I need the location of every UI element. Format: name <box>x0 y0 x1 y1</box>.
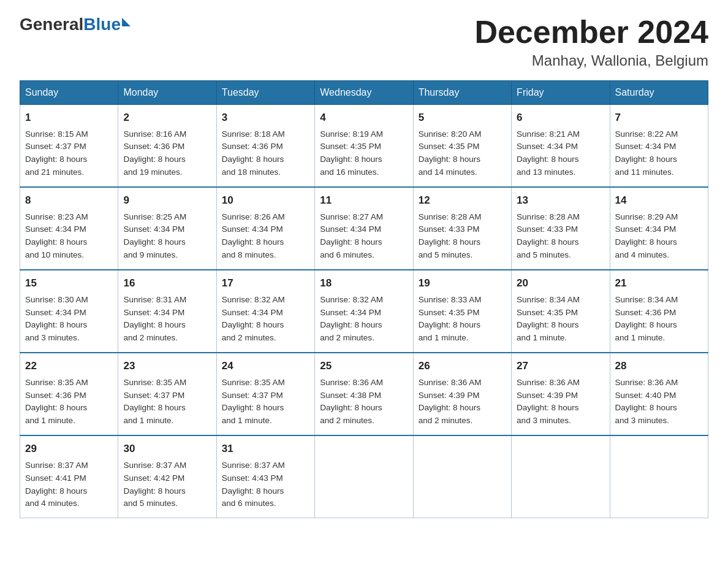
day-number: 8 <box>25 193 113 209</box>
day-number: 29 <box>25 441 113 457</box>
calendar-week-row: 15 Sunrise: 8:30 AMSunset: 4:34 PMDaylig… <box>20 270 708 353</box>
day-number: 16 <box>123 275 211 291</box>
day-number: 30 <box>123 441 211 457</box>
day-number: 9 <box>123 193 211 209</box>
calendar-cell: 4 Sunrise: 8:19 AMSunset: 4:35 PMDayligh… <box>315 105 413 188</box>
day-info: Sunrise: 8:34 AMSunset: 4:36 PMDaylight:… <box>615 295 678 343</box>
calendar-cell: 19 Sunrise: 8:33 AMSunset: 4:35 PMDaylig… <box>413 270 511 353</box>
day-info: Sunrise: 8:36 AMSunset: 4:38 PMDaylight:… <box>320 378 383 426</box>
day-info: Sunrise: 8:23 AMSunset: 4:34 PMDaylight:… <box>25 212 88 260</box>
day-info: Sunrise: 8:19 AMSunset: 4:35 PMDaylight:… <box>320 129 383 177</box>
calendar-cell: 10 Sunrise: 8:26 AMSunset: 4:34 PMDaylig… <box>216 187 314 270</box>
logo: General Blue <box>20 15 131 34</box>
day-number: 18 <box>320 275 408 291</box>
day-number: 22 <box>25 358 113 374</box>
day-info: Sunrise: 8:34 AMSunset: 4:35 PMDaylight:… <box>517 295 580 343</box>
day-info: Sunrise: 8:21 AMSunset: 4:34 PMDaylight:… <box>517 129 580 177</box>
title-block: December 2024 Manhay, Wallonia, Belgium <box>474 15 708 69</box>
day-number: 25 <box>320 358 408 374</box>
day-info: Sunrise: 8:27 AMSunset: 4:34 PMDaylight:… <box>320 212 383 260</box>
day-info: Sunrise: 8:35 AMSunset: 4:37 PMDaylight:… <box>222 378 285 426</box>
calendar-cell: 30 Sunrise: 8:37 AMSunset: 4:42 PMDaylig… <box>118 435 216 518</box>
day-number: 23 <box>123 358 211 374</box>
day-number: 24 <box>222 358 309 374</box>
day-info: Sunrise: 8:36 AMSunset: 4:39 PMDaylight:… <box>419 378 482 426</box>
day-number: 3 <box>222 110 309 126</box>
day-number: 20 <box>517 275 604 291</box>
day-info: Sunrise: 8:25 AMSunset: 4:34 PMDaylight:… <box>123 212 186 260</box>
day-number: 14 <box>615 193 703 209</box>
calendar-cell: 9 Sunrise: 8:25 AMSunset: 4:34 PMDayligh… <box>118 187 216 270</box>
weekday-header-tuesday: Tuesday <box>216 81 314 105</box>
day-number: 21 <box>615 275 703 291</box>
calendar-table: SundayMondayTuesdayWednesdayThursdayFrid… <box>20 80 708 518</box>
day-info: Sunrise: 8:37 AMSunset: 4:41 PMDaylight:… <box>25 461 88 508</box>
calendar-cell: 22 Sunrise: 8:35 AMSunset: 4:36 PMDaylig… <box>20 353 118 435</box>
day-number: 15 <box>25 275 113 291</box>
calendar-cell <box>413 435 511 518</box>
day-info: Sunrise: 8:26 AMSunset: 4:34 PMDaylight:… <box>222 212 285 260</box>
calendar-cell: 13 Sunrise: 8:28 AMSunset: 4:33 PMDaylig… <box>512 187 610 270</box>
calendar-cell: 31 Sunrise: 8:37 AMSunset: 4:43 PMDaylig… <box>216 435 314 518</box>
day-number: 27 <box>517 358 604 374</box>
day-info: Sunrise: 8:36 AMSunset: 4:40 PMDaylight:… <box>615 378 678 426</box>
day-info: Sunrise: 8:15 AMSunset: 4:37 PMDaylight:… <box>25 129 88 177</box>
day-info: Sunrise: 8:32 AMSunset: 4:34 PMDaylight:… <box>320 295 383 343</box>
day-info: Sunrise: 8:29 AMSunset: 4:34 PMDaylight:… <box>615 212 678 260</box>
calendar-cell: 15 Sunrise: 8:30 AMSunset: 4:34 PMDaylig… <box>20 270 118 353</box>
weekday-header-monday: Monday <box>118 81 216 105</box>
day-number: 28 <box>615 358 703 374</box>
day-number: 17 <box>222 275 309 291</box>
day-number: 7 <box>615 110 703 126</box>
calendar-cell: 27 Sunrise: 8:36 AMSunset: 4:39 PMDaylig… <box>512 353 610 435</box>
month-title: December 2024 <box>474 15 708 50</box>
calendar-cell: 14 Sunrise: 8:29 AMSunset: 4:34 PMDaylig… <box>610 187 708 270</box>
calendar-week-row: 29 Sunrise: 8:37 AMSunset: 4:41 PMDaylig… <box>20 435 708 518</box>
calendar-cell: 26 Sunrise: 8:36 AMSunset: 4:39 PMDaylig… <box>413 353 511 435</box>
day-number: 11 <box>320 193 408 209</box>
calendar-cell: 25 Sunrise: 8:36 AMSunset: 4:38 PMDaylig… <box>315 353 413 435</box>
calendar-cell: 20 Sunrise: 8:34 AMSunset: 4:35 PMDaylig… <box>512 270 610 353</box>
weekday-header-row: SundayMondayTuesdayWednesdayThursdayFrid… <box>20 81 708 105</box>
calendar-cell: 16 Sunrise: 8:31 AMSunset: 4:34 PMDaylig… <box>118 270 216 353</box>
calendar-week-row: 22 Sunrise: 8:35 AMSunset: 4:36 PMDaylig… <box>20 353 708 435</box>
calendar-cell: 23 Sunrise: 8:35 AMSunset: 4:37 PMDaylig… <box>118 353 216 435</box>
calendar-cell: 7 Sunrise: 8:22 AMSunset: 4:34 PMDayligh… <box>610 105 708 188</box>
day-info: Sunrise: 8:35 AMSunset: 4:36 PMDaylight:… <box>25 378 88 426</box>
weekday-header-friday: Friday <box>512 81 610 105</box>
day-number: 2 <box>123 110 211 126</box>
calendar-cell <box>610 435 708 518</box>
day-info: Sunrise: 8:33 AMSunset: 4:35 PMDaylight:… <box>419 295 482 343</box>
calendar-week-row: 1 Sunrise: 8:15 AMSunset: 4:37 PMDayligh… <box>20 105 708 188</box>
page-header: General Blue December 2024 Manhay, Wallo… <box>20 15 708 69</box>
calendar-cell: 24 Sunrise: 8:35 AMSunset: 4:37 PMDaylig… <box>216 353 314 435</box>
calendar-cell: 1 Sunrise: 8:15 AMSunset: 4:37 PMDayligh… <box>20 105 118 188</box>
calendar-week-row: 8 Sunrise: 8:23 AMSunset: 4:34 PMDayligh… <box>20 187 708 270</box>
calendar-cell: 18 Sunrise: 8:32 AMSunset: 4:34 PMDaylig… <box>315 270 413 353</box>
day-info: Sunrise: 8:35 AMSunset: 4:37 PMDaylight:… <box>123 378 186 426</box>
day-info: Sunrise: 8:28 AMSunset: 4:33 PMDaylight:… <box>419 212 482 260</box>
calendar-cell <box>315 435 413 518</box>
calendar-cell: 5 Sunrise: 8:20 AMSunset: 4:35 PMDayligh… <box>413 105 511 188</box>
day-number: 4 <box>320 110 408 126</box>
logo-blue-part: Blue <box>83 15 131 34</box>
weekday-header-sunday: Sunday <box>20 81 118 105</box>
calendar-cell: 12 Sunrise: 8:28 AMSunset: 4:33 PMDaylig… <box>413 187 511 270</box>
calendar-cell: 29 Sunrise: 8:37 AMSunset: 4:41 PMDaylig… <box>20 435 118 518</box>
day-number: 6 <box>517 110 604 126</box>
calendar-cell: 2 Sunrise: 8:16 AMSunset: 4:36 PMDayligh… <box>118 105 216 188</box>
logo-blue-text: Blue <box>83 15 121 34</box>
weekday-header-wednesday: Wednesday <box>315 81 413 105</box>
day-number: 1 <box>25 110 113 126</box>
day-info: Sunrise: 8:20 AMSunset: 4:35 PMDaylight:… <box>419 129 482 177</box>
day-number: 26 <box>419 358 506 374</box>
day-info: Sunrise: 8:30 AMSunset: 4:34 PMDaylight:… <box>25 295 88 343</box>
day-number: 10 <box>222 193 309 209</box>
calendar-cell: 28 Sunrise: 8:36 AMSunset: 4:40 PMDaylig… <box>610 353 708 435</box>
calendar-cell: 8 Sunrise: 8:23 AMSunset: 4:34 PMDayligh… <box>20 187 118 270</box>
day-info: Sunrise: 8:28 AMSunset: 4:33 PMDaylight:… <box>517 212 580 260</box>
day-number: 5 <box>419 110 506 126</box>
calendar-cell: 6 Sunrise: 8:21 AMSunset: 4:34 PMDayligh… <box>512 105 610 188</box>
day-info: Sunrise: 8:22 AMSunset: 4:34 PMDaylight:… <box>615 129 678 177</box>
calendar-cell <box>512 435 610 518</box>
